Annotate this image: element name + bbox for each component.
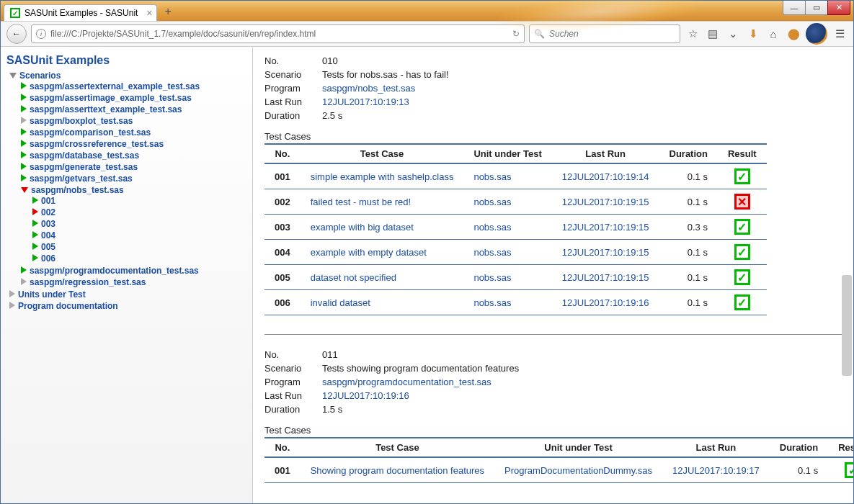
unit-link[interactable]: nobs.sas: [463, 265, 551, 290]
status-triangle-icon: [32, 197, 38, 204]
case-result: ✓: [718, 265, 767, 290]
tree-progdoc[interactable]: Program documentation: [18, 301, 118, 311]
case-name-link[interactable]: failed test - must be red!: [301, 189, 464, 215]
status-triangle-icon: [32, 243, 38, 250]
lastrun-link[interactable]: 12JUL2017:10:19:16: [552, 290, 659, 315]
case-name-link[interactable]: dataset not specified: [301, 265, 464, 290]
tree-item[interactable]: saspgm/asserttext_example_test.sas: [30, 104, 182, 114]
sidebar-title: SASUnit Examples: [6, 54, 246, 67]
case-duration: 0.1 s: [659, 163, 718, 189]
library-icon[interactable]: ▤: [705, 26, 721, 42]
case-no: 006: [264, 290, 301, 315]
case-result: ✓: [718, 240, 767, 265]
scrollbar-thumb[interactable]: [842, 275, 852, 376]
program-link[interactable]: saspgm/programdocumentation_test.sas: [322, 377, 492, 387]
pocket-icon[interactable]: ⌄: [725, 26, 741, 42]
status-triangle-icon: [21, 278, 27, 285]
case-result: ✓: [828, 457, 853, 483]
window-minimize-button[interactable]: —: [783, 1, 806, 15]
col-lastrun: Last Run: [552, 144, 659, 163]
lastrun-link[interactable]: 12JUL2017:10:19:15: [552, 215, 659, 240]
window-close-button[interactable]: ✕: [827, 1, 850, 15]
unit-link[interactable]: nobs.sas: [463, 240, 551, 265]
label-lastrun: Last Run: [264, 96, 322, 107]
lastrun-link[interactable]: 12JUL2017:10:19:15: [552, 189, 659, 215]
chevron-down-icon[interactable]: [9, 73, 17, 78]
chevron-down-red-icon[interactable]: [21, 187, 28, 193]
status-triangle-icon: [21, 266, 27, 274]
unit-link[interactable]: nobs.sas: [463, 163, 551, 189]
nav-back-button[interactable]: ←: [6, 24, 27, 44]
tree-item[interactable]: saspgm/database_test.sas: [30, 150, 139, 161]
case-result: ✓: [718, 215, 767, 240]
status-triangle-icon: [32, 220, 38, 227]
case-name-link[interactable]: example with big dataset: [301, 215, 464, 240]
home-icon[interactable]: ⌂: [765, 26, 781, 42]
site-info-icon[interactable]: i: [36, 29, 46, 39]
menu-icon[interactable]: ☰: [832, 26, 848, 42]
url-input[interactable]: [50, 29, 508, 39]
lastrun-link[interactable]: 12JUL2017:10:19:16: [322, 390, 409, 401]
new-tab-button[interactable]: +: [161, 2, 174, 21]
tree-item[interactable]: saspgm/programdocumentation_test.sas: [30, 266, 199, 276]
tree-units[interactable]: Units under Test: [18, 289, 86, 300]
label-lastrun: Last Run: [264, 390, 322, 401]
unit-link[interactable]: ProgramDocumentationDummy.sas: [494, 457, 662, 483]
case-name-link[interactable]: Showing program documentation features: [301, 457, 494, 483]
case-no: 001: [264, 163, 301, 189]
tree-item[interactable]: saspgm/assertexternal_example_test.sas: [30, 81, 200, 91]
extension-icon[interactable]: ⬤: [786, 26, 801, 42]
window-maximize-button[interactable]: ▭: [805, 1, 828, 15]
tab-close-icon[interactable]: ×: [146, 7, 152, 19]
browser-tab[interactable]: ✓ SASUnit Examples - SASUnit ×: [4, 4, 157, 21]
case-name-link[interactable]: simple example with sashelp.class: [301, 163, 464, 189]
lastrun-link[interactable]: 12JUL2017:10:19:15: [552, 240, 659, 265]
tree-item[interactable]: saspgm/crossreference_test.sas: [30, 139, 164, 149]
chevron-right-icon[interactable]: [9, 290, 15, 297]
tree-child[interactable]: 001: [41, 196, 55, 206]
tree-child[interactable]: 006: [41, 253, 55, 264]
result-pass-icon: ✓: [734, 244, 750, 260]
chevron-right-icon[interactable]: [9, 302, 15, 309]
scenario-duration: 2.5 s: [322, 110, 342, 121]
tree-child[interactable]: 004: [41, 230, 55, 240]
result-pass-icon: ✓: [734, 269, 750, 285]
tree-scenarios[interactable]: Scenarios: [19, 71, 61, 81]
case-no: 003: [264, 215, 301, 240]
tree-child[interactable]: 002: [41, 207, 55, 217]
label-duration: Duration: [264, 110, 322, 121]
col-lastrun: Last Run: [662, 438, 770, 457]
tree-item[interactable]: saspgm/boxplot_test.sas: [30, 116, 133, 126]
col-result: Result: [828, 438, 853, 457]
unit-link[interactable]: nobs.sas: [463, 290, 551, 315]
refresh-icon[interactable]: ↻: [512, 29, 520, 39]
tree-item[interactable]: saspgm/regression_test.sas: [30, 277, 146, 287]
sidebar: SASUnit Examples Scenarios saspgm/assert…: [1, 47, 253, 503]
col-testcase: Test Case: [301, 438, 494, 457]
unit-link[interactable]: nobs.sas: [463, 189, 551, 215]
lastrun-link[interactable]: 12JUL2017:10:19:15: [552, 265, 659, 290]
case-name-link[interactable]: invalid dataset: [301, 290, 464, 315]
testcases-heading: Test Cases: [264, 131, 842, 142]
unit-link[interactable]: nobs.sas: [463, 215, 551, 240]
url-bar[interactable]: i ↻: [31, 24, 525, 43]
bookmark-star-icon[interactable]: ☆: [685, 26, 700, 42]
case-name-link[interactable]: example with empty dataset: [301, 240, 464, 265]
lastrun-link[interactable]: 12JUL2017:10:19:17: [662, 457, 770, 483]
downloads-icon[interactable]: ⬇: [745, 26, 761, 42]
case-no: 001: [264, 457, 301, 483]
tree-item[interactable]: saspgm/assertimage_example_test.sas: [30, 93, 192, 103]
status-triangle-icon: [21, 117, 27, 124]
tree-item-open[interactable]: saspgm/nobs_test.sas: [31, 185, 124, 195]
tree-item[interactable]: saspgm/generate_test.sas: [30, 162, 138, 172]
program-link[interactable]: saspgm/nobs_test.sas: [322, 83, 415, 94]
lastrun-link[interactable]: 12JUL2017:10:19:14: [552, 163, 659, 189]
tree-item[interactable]: saspgm/comparison_test.sas: [30, 127, 151, 138]
tree-child[interactable]: 003: [41, 219, 55, 229]
status-triangle-icon: [32, 231, 38, 238]
tree-item[interactable]: saspgm/getvars_test.sas: [30, 174, 133, 184]
firefox-logo-icon[interactable]: [806, 23, 827, 45]
tree-child[interactable]: 005: [41, 242, 55, 252]
lastrun-link[interactable]: 12JUL2017:10:19:13: [322, 96, 409, 107]
status-triangle-icon: [21, 128, 27, 135]
